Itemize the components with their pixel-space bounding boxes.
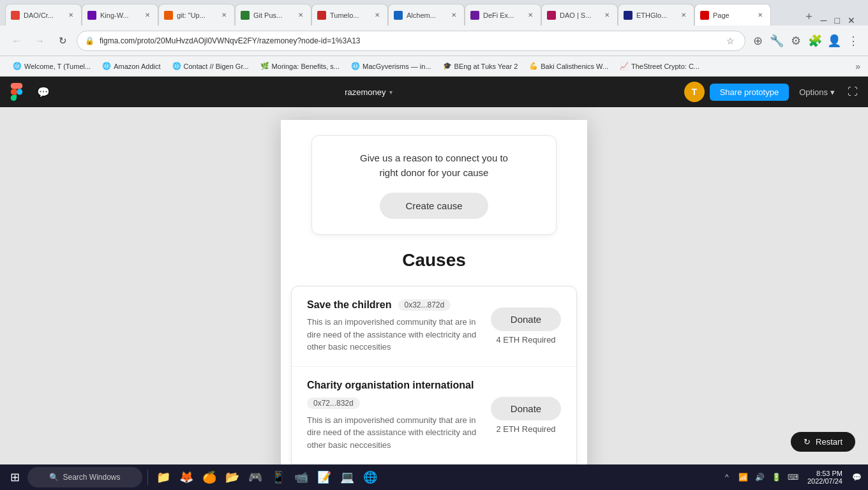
tab-close-git-up[interactable]: ✕ <box>219 10 229 20</box>
taskbar-keyboard-icon[interactable]: ⌨ <box>787 471 800 484</box>
tab-close-alchemi[interactable]: ✕ <box>449 10 459 20</box>
reload-button[interactable]: ↻ <box>54 32 71 50</box>
tab-close-dao-s[interactable]: ✕ <box>602 10 612 20</box>
bookmark-6[interactable]: 💪Baki Calisthenics W... <box>524 60 613 72</box>
back-button[interactable]: ← <box>8 32 26 50</box>
canvas-area: Give us a reason to connect you to right… <box>0 107 868 464</box>
taskbar-app-3[interactable]: 🍊 <box>199 467 220 487</box>
taskbar-app-7[interactable]: 📹 <box>291 467 311 487</box>
taskbar-network-icon[interactable]: 📶 <box>737 471 750 484</box>
search-icon: 🔍 <box>49 473 59 482</box>
bookmark-1[interactable]: 🌐Amazon Addict <box>97 60 165 72</box>
figma-title[interactable]: razemoney ▾ <box>61 87 677 97</box>
options-button[interactable]: Options ▾ <box>794 84 840 101</box>
tab-ethglo[interactable]: ETHGlo... ✕ <box>618 4 694 26</box>
bookmark-7[interactable]: 📈TheStreet Crypto: C... <box>615 60 705 72</box>
donate-button-1[interactable]: Donate <box>491 397 561 420</box>
tab-tumelo[interactable]: Tumelo... ✕ <box>311 4 388 26</box>
bookmark-5[interactable]: 🎓BEng at Tuks Year 2 <box>438 60 523 72</box>
bookmark-star-icon[interactable]: ☆ <box>723 34 737 48</box>
tab-close-dao-cr[interactable]: ✕ <box>66 10 76 20</box>
extension-icon-1[interactable]: ⊕ <box>751 34 765 48</box>
minimize-icon[interactable]: ─ <box>818 15 830 26</box>
close-icon[interactable]: ✕ <box>845 15 858 26</box>
taskbar-chevron-icon[interactable]: ^ <box>721 471 733 484</box>
taskbar-app-4[interactable]: 📂 <box>222 467 243 487</box>
bookmark-favicon-6: 💪 <box>529 62 538 70</box>
taskbar-app-5[interactable]: 🎮 <box>245 467 266 487</box>
tab-label-defi-exc: DeFi Ex... <box>483 11 521 19</box>
taskbar-search[interactable]: 🔍 Search Windows <box>27 467 142 487</box>
cause-title-row-0: Save the children 0x32...872d <box>307 299 481 311</box>
tab-favicon-alchemi <box>394 11 403 20</box>
figma-actions: T Share prototype Options ▾ ⛶ <box>684 82 860 102</box>
donate-button-0[interactable]: Donate <box>491 308 561 331</box>
user-avatar[interactable]: T <box>684 82 705 102</box>
lock-icon: 🔒 <box>85 36 94 45</box>
tab-favicon-defi-exc <box>470 11 479 20</box>
taskbar-vscode[interactable]: 💻 <box>337 467 357 487</box>
prototype-frame: Give us a reason to connect you to right… <box>281 120 587 464</box>
bookmark-0[interactable]: 🌐Welcome, T (Tumel... <box>8 60 96 72</box>
extension-icon-2[interactable]: 🔧 <box>770 34 784 48</box>
bookmarks-more-icon[interactable]: » <box>855 61 860 71</box>
comment-button[interactable]: 💬 <box>33 82 54 102</box>
taskbar-battery-icon[interactable]: 🔋 <box>770 471 783 484</box>
tab-label-tumelo: Tumelo... <box>330 11 368 19</box>
causes-title: Causes <box>281 250 587 271</box>
tab-close-tumelo[interactable]: ✕ <box>372 10 382 20</box>
cause-item-1: Charity organistation international 0x72… <box>292 367 576 465</box>
figma-logo[interactable] <box>8 83 26 101</box>
bookmark-3[interactable]: 🌿Moringa: Benefits, s... <box>255 60 345 72</box>
share-prototype-button[interactable]: Share prototype <box>710 84 789 101</box>
cause-action-0: Donate 4 ETH Required <box>491 308 561 345</box>
taskbar-volume-icon[interactable]: 🔊 <box>754 471 767 484</box>
tab-dao-s[interactable]: DAO | S... ✕ <box>541 4 618 26</box>
cause-address-0: 0x32...872d <box>398 299 451 311</box>
eth-required-0: 4 ETH Required <box>496 335 555 345</box>
forward-button[interactable]: → <box>31 32 49 50</box>
profile-icon[interactable]: 👤 <box>827 34 841 48</box>
tab-favicon-git-up <box>164 11 173 20</box>
bookmark-4[interactable]: 🌐MacGyverisms — in... <box>346 60 437 72</box>
restart-button[interactable]: ↻ Restart <box>791 432 855 452</box>
tab-king-w[interactable]: King-W... ✕ <box>82 4 158 26</box>
cause-action-1: Donate 2 ETH Required <box>491 397 561 434</box>
expand-button[interactable]: ⛶ <box>845 84 860 100</box>
cause-name-0: Save the children <box>307 299 392 311</box>
bookmark-label-0: Welcome, T (Tumel... <box>24 63 91 70</box>
taskbar-word[interactable]: 📝 <box>314 467 334 487</box>
tab-close-king-w[interactable]: ✕ <box>142 10 153 20</box>
cause-description-1: This is an impoverished community that a… <box>307 414 481 452</box>
taskbar-firefox[interactable]: 🦊 <box>176 467 197 487</box>
restart-label: Restart <box>816 437 842 447</box>
options-label: Options <box>799 87 828 97</box>
bookmark-favicon-7: 📈 <box>620 62 629 70</box>
extension-icon-3[interactable]: ⚙ <box>789 34 803 48</box>
tab-close-git-push[interactable]: ✕ <box>296 10 306 20</box>
taskbar-clock[interactable]: 8:53 PM 2022/07/24 <box>802 470 848 485</box>
tab-close-ethglo[interactable]: ✕ <box>678 10 689 20</box>
tab-close-defi-exc[interactable]: ✕ <box>525 10 535 20</box>
tab-git-up[interactable]: git: "Up... ✕ <box>158 4 235 26</box>
tab-alchemi[interactable]: Alchem... ✕ <box>388 4 465 26</box>
more-options-icon[interactable]: ⋮ <box>846 34 860 48</box>
address-bar[interactable]: 🔒 figma.com/proto/20MuHvzdAOjl0VWNqvE2FY… <box>77 31 745 51</box>
start-button[interactable]: ⊞ <box>5 468 25 487</box>
tab-git-push[interactable]: Git Pus... ✕ <box>235 4 311 26</box>
cause-info-1: Charity organistation international 0x72… <box>307 380 481 452</box>
taskbar-app-6[interactable]: 📱 <box>268 467 288 487</box>
extensions-button[interactable]: 🧩 <box>808 34 822 48</box>
tab-defi-exc[interactable]: DeFi Ex... ✕ <box>465 4 541 26</box>
tab-page[interactable]: Page ✕ <box>694 4 771 26</box>
taskbar-file-explorer[interactable]: 📁 <box>153 467 174 487</box>
taskbar-notification-icon[interactable]: 💬 <box>850 471 863 484</box>
tab-dao-cr[interactable]: DAO/Cr... ✕ <box>5 4 82 26</box>
tab-close-page[interactable]: ✕ <box>755 10 765 20</box>
maximize-icon[interactable]: □ <box>832 15 842 26</box>
taskbar-chrome[interactable]: 🌐 <box>360 467 380 487</box>
create-cause-button[interactable]: Create cause <box>380 193 488 219</box>
browser-window: DAO/Cr... ✕ King-W... ✕ git: "Up... ✕ Gi… <box>0 0 868 490</box>
new-tab-button[interactable]: + <box>800 8 818 26</box>
bookmark-2[interactable]: 🌐Contact // Bigen Gr... <box>167 60 254 72</box>
